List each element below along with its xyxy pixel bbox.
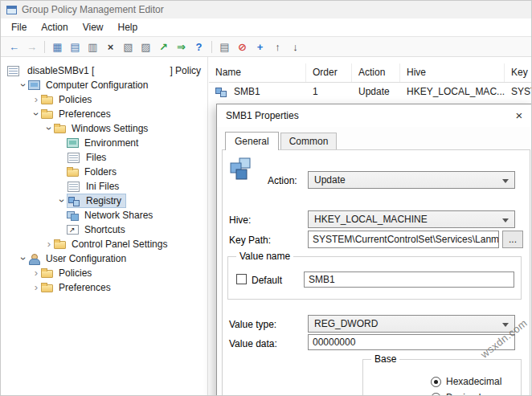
- folder-icon: [41, 96, 53, 104]
- hexadecimal-radio-row[interactable]: Hexadecimal: [431, 376, 501, 387]
- key-path-label: Key Path:: [229, 235, 271, 246]
- tab-general[interactable]: General: [225, 132, 279, 150]
- tree-item-folders[interactable]: Folders: [1, 165, 207, 179]
- default-checkbox-label: Default: [252, 275, 282, 286]
- policy-icon: [7, 66, 19, 76]
- column-header-order[interactable]: Order: [306, 63, 352, 82]
- value-type-dropdown[interactable]: REG_DWORD: [308, 315, 515, 333]
- default-checkbox[interactable]: [236, 274, 247, 284]
- folder-icon: [54, 125, 66, 133]
- value-name-input[interactable]: SMB1: [304, 271, 514, 288]
- chevron-right-icon[interactable]: [31, 95, 41, 104]
- decimal-radio[interactable]: [431, 393, 441, 396]
- decimal-label: Decimal: [446, 392, 481, 396]
- menu-view[interactable]: View: [76, 18, 111, 36]
- tree-item-user-policies[interactable]: Policies: [1, 266, 207, 280]
- hive-dropdown[interactable]: HKEY_LOCAL_MACHINE: [308, 210, 515, 228]
- computer-icon: [28, 80, 40, 90]
- decimal-radio-row[interactable]: Decimal: [431, 392, 481, 396]
- move-up-icon[interactable]: ↑: [269, 39, 286, 55]
- folder-icon: [41, 284, 53, 292]
- toolbar: ← → ▦ ▤ ▥ × ▧ ▨ ↗ ⇒ ? ▤ ⊘ + ↑ ↓: [1, 37, 531, 57]
- folder-icon: [41, 270, 53, 278]
- window-title: Group Policy Management Editor: [22, 4, 164, 15]
- help-icon[interactable]: ?: [190, 39, 207, 55]
- tree-item-files[interactable]: Files: [1, 150, 207, 165]
- tree-item-network-shares[interactable]: Network Shares: [1, 208, 207, 222]
- group-policy-editor-window: Group Policy Management Editor File Acti…: [0, 0, 532, 396]
- value-type-label: Value type:: [229, 319, 276, 330]
- chevron-down-icon[interactable]: [18, 80, 28, 90]
- list-header: Name Order Action Hive Key: [209, 63, 531, 83]
- files-icon: [68, 153, 80, 163]
- menu-bar: File Action View Help: [1, 18, 531, 37]
- hive-label: Hive:: [229, 214, 251, 226]
- forward-icon[interactable]: →: [23, 39, 40, 55]
- row-order-cell: 1: [306, 86, 352, 97]
- tree-item-policy-root[interactable]: disableSMBv1 [ ] Policy: [1, 63, 207, 78]
- export-icon[interactable]: ⇒: [173, 39, 190, 55]
- chevron-right-icon[interactable]: [44, 239, 54, 249]
- key-path-input[interactable]: SYSTEM\CurrentControlSet\Services\Lanman…: [308, 231, 499, 248]
- value-data-label: Value data:: [229, 338, 277, 349]
- hexadecimal-radio[interactable]: [431, 377, 441, 387]
- back-icon[interactable]: ←: [6, 39, 23, 55]
- list-view-icon[interactable]: ▤: [216, 39, 233, 55]
- folder-icon: [41, 111, 53, 119]
- column-header-action[interactable]: Action: [352, 63, 400, 82]
- tree-item-registry[interactable]: Registry: [1, 194, 207, 208]
- shortcuts-icon: [67, 225, 79, 235]
- title-bar: Group Policy Management Editor: [1, 1, 531, 18]
- close-icon[interactable]: ×: [509, 107, 529, 125]
- tree-item-user-configuration[interactable]: User Configuration: [1, 251, 207, 266]
- folders-icon: [67, 169, 79, 177]
- column-header-hive[interactable]: Hive: [400, 63, 505, 82]
- menu-action[interactable]: Action: [34, 18, 75, 36]
- tree-item-control-panel-settings[interactable]: Control Panel Settings: [1, 237, 207, 251]
- dialog-tabs: General Common: [225, 132, 338, 149]
- tree-item-user-preferences[interactable]: Preferences: [1, 280, 207, 295]
- disable-icon[interactable]: ⊘: [234, 39, 251, 55]
- browse-button[interactable]: ...: [502, 231, 523, 248]
- base-group-label: Base: [371, 353, 399, 365]
- tree-item-preferences[interactable]: Preferences: [1, 107, 207, 121]
- menu-help[interactable]: Help: [111, 18, 145, 36]
- chevron-down-icon[interactable]: [18, 254, 28, 263]
- row-hive-cell: HKEY_LOCAL_MAC...: [400, 86, 505, 97]
- tree-item-computer-configuration[interactable]: Computer Configuration: [1, 78, 207, 92]
- paste-icon[interactable]: ▥: [84, 39, 101, 55]
- move-down-icon[interactable]: ↓: [287, 39, 304, 55]
- row-key-cell: SYST...: [505, 86, 531, 97]
- delete-icon[interactable]: ×: [102, 39, 119, 55]
- table-row-smb1[interactable]: SMB1 1 Update HKEY_LOCAL_MAC... SYST...: [209, 83, 531, 100]
- import-icon[interactable]: ↗: [155, 39, 172, 55]
- tree-item-ini-files[interactable]: Ini Files: [1, 179, 207, 194]
- tree-item-windows-settings[interactable]: Windows Settings: [1, 121, 207, 136]
- export-list-icon[interactable]: ▨: [137, 39, 154, 55]
- chevron-down-icon[interactable]: [44, 124, 54, 133]
- tree-item-shortcuts[interactable]: Shortcuts: [1, 222, 207, 237]
- chevron-right-icon[interactable]: [31, 268, 41, 278]
- user-icon: [28, 254, 40, 264]
- console-tree: disableSMBv1 [ ] Policy Computer Configu…: [1, 57, 208, 395]
- ini-files-icon: [68, 182, 80, 192]
- chevron-down-icon[interactable]: [57, 196, 67, 206]
- column-header-name[interactable]: Name: [209, 63, 306, 82]
- action-dropdown[interactable]: Update: [308, 171, 515, 189]
- chevron-down-icon[interactable]: [31, 109, 41, 119]
- base-group: Base Hexadecimal Decimal: [362, 359, 522, 396]
- chevron-right-icon[interactable]: [31, 283, 41, 292]
- action-label: Action:: [268, 175, 297, 186]
- toolbar-separator: [211, 41, 212, 53]
- tree-item-environment[interactable]: Environment: [1, 136, 207, 150]
- column-header-key[interactable]: Key: [505, 63, 531, 82]
- add-icon[interactable]: +: [252, 39, 268, 55]
- properties-icon[interactable]: ▧: [120, 39, 137, 55]
- tab-common[interactable]: Common: [280, 133, 338, 149]
- console-app-icon: [6, 6, 17, 14]
- tree-item-policies[interactable]: Policies: [1, 92, 207, 107]
- duplicate-icon[interactable]: ▤: [67, 39, 84, 55]
- menu-file[interactable]: File: [4, 18, 34, 36]
- show-console-tree-icon[interactable]: ▦: [49, 39, 66, 55]
- dialog-title: SMB1 Properties: [226, 110, 299, 121]
